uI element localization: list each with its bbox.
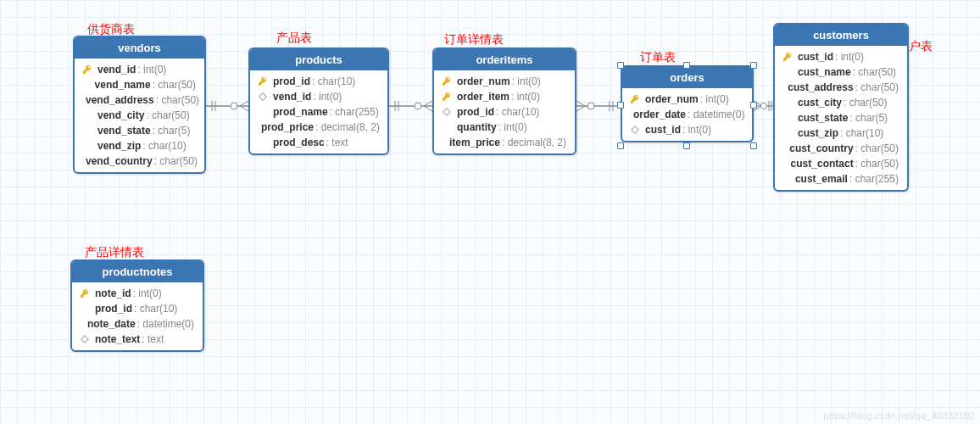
column-name: item_price — [449, 137, 500, 148]
column-row[interactable]: vend_id: int(0) — [250, 89, 387, 104]
column-row[interactable]: cust_id: int(0) — [775, 49, 907, 64]
column-name: vend_name — [95, 79, 151, 91]
selection-handle[interactable] — [750, 62, 757, 69]
column-name: prod_id — [457, 106, 494, 118]
key-icon — [629, 94, 641, 104]
key-icon — [441, 76, 453, 86]
column-row[interactable]: order_num: int(0) — [622, 92, 752, 107]
column-row[interactable]: cust_city: char(50) — [775, 95, 907, 110]
column-type: : int(0) — [700, 93, 729, 105]
selection-handle[interactable] — [617, 102, 624, 109]
table-header: products — [250, 49, 387, 70]
column-type: : char(50) — [153, 79, 196, 91]
column-row[interactable]: cust_id: int(0) — [622, 122, 752, 137]
column-row[interactable]: cust_zip: char(10) — [775, 126, 907, 141]
table-header: orders — [622, 67, 752, 88]
diamond-icon — [257, 92, 269, 101]
selection-handle[interactable] — [750, 142, 757, 149]
column-row[interactable]: prod_id: char(10) — [72, 301, 203, 316]
selection-handle[interactable] — [683, 142, 690, 149]
column-row[interactable]: cust_address: char(50) — [775, 80, 907, 95]
annotation-products: 产品表 — [276, 31, 312, 46]
column-row[interactable]: cust_name: char(50) — [775, 64, 907, 80]
selection-handle[interactable] — [617, 62, 624, 69]
column-row[interactable]: prod_id: char(10) — [250, 74, 387, 89]
column-row[interactable]: cust_email: char(255) — [775, 171, 907, 187]
column-type: : int(0) — [137, 64, 166, 75]
column-row[interactable]: order_num: int(0) — [434, 74, 575, 89]
column-type: : datetime(0) — [688, 109, 744, 120]
column-type: : char(50) — [855, 142, 899, 154]
column-type: : char(255) — [849, 173, 899, 185]
column-row[interactable]: quantity: int(0) — [434, 120, 575, 135]
selection-handle[interactable] — [683, 62, 690, 69]
column-row[interactable]: vend_address: char(50) — [75, 92, 204, 108]
column-row[interactable]: vend_state: char(5) — [75, 123, 204, 138]
table-header: customers — [775, 25, 907, 46]
table-orderitems[interactable]: orderitems order_num: int(0)order_item: … — [432, 47, 576, 155]
column-row[interactable]: vend_name: char(50) — [75, 77, 204, 92]
table-productnotes[interactable]: productnotes note_id: int(0)prod_id: cha… — [70, 259, 204, 352]
column-type: : char(5) — [153, 125, 191, 137]
selection-handle[interactable] — [617, 142, 624, 149]
column-row[interactable]: vend_id: int(0) — [75, 62, 204, 77]
column-type: : datetime(0) — [137, 318, 194, 330]
column-row[interactable]: cust_contact: char(50) — [775, 156, 907, 171]
column-name: prod_desc — [273, 137, 325, 148]
column-row[interactable]: item_price: decimal(8, 2) — [434, 135, 575, 150]
column-type: : char(10) — [134, 303, 177, 315]
column-type: : int(0) — [133, 287, 162, 299]
annotation-orderitems: 订单详情表 — [444, 32, 504, 47]
column-name: vend_id — [273, 91, 311, 103]
column-row[interactable]: order_date: datetime(0) — [622, 107, 752, 122]
column-name: note_text — [95, 333, 140, 345]
column-row[interactable]: prod_id: char(10) — [434, 104, 575, 120]
column-row[interactable]: vend_city: char(50) — [75, 108, 204, 123]
column-name: cust_id — [645, 124, 681, 136]
key-icon — [782, 52, 793, 62]
key-icon — [257, 76, 269, 86]
column-row[interactable]: order_item: int(0) — [434, 89, 575, 104]
column-row[interactable]: note_date: datetime(0) — [72, 316, 203, 332]
column-name: order_date — [633, 109, 686, 120]
diamond-icon — [79, 335, 91, 343]
column-type: : int(0) — [498, 121, 527, 133]
selection-handle[interactable] — [750, 102, 757, 109]
svg-point-7 — [415, 103, 421, 109]
column-row[interactable]: vend_country: char(50) — [75, 153, 204, 169]
column-type: : int(0) — [512, 75, 541, 87]
column-type: : char(10) — [142, 140, 186, 152]
column-row[interactable]: cust_country: char(50) — [775, 141, 907, 156]
column-row[interactable]: vend_zip: char(10) — [75, 138, 204, 153]
column-type: : char(50) — [146, 109, 189, 121]
column-name: note_id — [95, 287, 131, 299]
svg-rect-18 — [632, 126, 638, 133]
column-type: : int(0) — [511, 91, 540, 103]
column-name: note_date — [87, 318, 136, 330]
column-name: prod_name — [273, 106, 328, 118]
column-row[interactable]: prod_name: char(255) — [250, 104, 387, 120]
column-type: : text — [142, 333, 164, 345]
column-type: : char(50) — [853, 66, 896, 78]
column-type: : decimal(8, 2) — [502, 137, 566, 148]
svg-rect-17 — [443, 109, 450, 115]
watermark: https://blog.csdn.net/qq_40332102 — [823, 410, 975, 421]
table-products[interactable]: products prod_id: char(10)vend_id: int(0… — [248, 47, 389, 155]
table-body: prod_id: char(10)vend_id: int(0)prod_nam… — [250, 70, 387, 153]
column-row[interactable]: note_id: int(0) — [72, 286, 203, 301]
column-type: : int(0) — [682, 124, 711, 136]
key-icon — [441, 92, 453, 102]
column-name: quantity — [457, 121, 497, 133]
column-row[interactable]: note_text: text — [72, 332, 203, 347]
column-type: : decimal(8, 2) — [315, 121, 380, 133]
table-vendors[interactable]: vendors vend_id: int(0)vend_name: char(5… — [73, 36, 206, 174]
column-type: : char(10) — [840, 127, 883, 139]
svg-rect-19 — [81, 336, 88, 343]
column-row[interactable]: prod_price: decimal(8, 2) — [250, 120, 387, 135]
column-name: order_item — [457, 91, 509, 103]
column-row[interactable]: cust_state: char(5) — [775, 110, 907, 126]
table-orders[interactable]: orders order_num: int(0)order_date: date… — [621, 65, 754, 142]
column-row[interactable]: prod_desc: text — [250, 135, 387, 150]
column-name: cust_email — [795, 173, 848, 185]
table-customers[interactable]: customers cust_id: int(0)cust_name: char… — [773, 23, 909, 192]
